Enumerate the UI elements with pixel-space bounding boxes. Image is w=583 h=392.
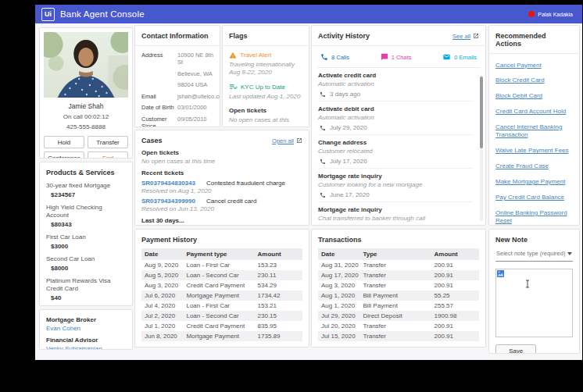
activity-entry-date: June 17, 2020 bbox=[330, 191, 370, 198]
contact-value: jshah@uitelco.com bbox=[177, 93, 220, 100]
advisor-name-link[interactable]: Venky Subramanian bbox=[46, 345, 126, 350]
open-all-label[interactable]: Open all bbox=[272, 137, 294, 144]
activity-entry-desc: Customer looking for a new mortgage bbox=[318, 181, 473, 188]
product-item[interactable]: High Yield Checking Account $80343 bbox=[46, 204, 126, 228]
contact-title: Contact Information bbox=[141, 32, 213, 40]
transaction-amount: 200.91 bbox=[435, 262, 476, 269]
column-header: Amount bbox=[435, 251, 476, 258]
recommended-action-link[interactable]: Credit Card Account Hold bbox=[495, 108, 573, 116]
contact-row: Email jshah@uitelco.com bbox=[141, 93, 213, 100]
transaction-row: Aug 3, 2020 Transfer 200.91 bbox=[318, 280, 479, 290]
phone-icon bbox=[320, 125, 326, 131]
recommended-action-link[interactable]: Create Fraud Case bbox=[495, 162, 573, 170]
product-item[interactable]: Platinum Rewards Visa Credit Card $40 bbox=[46, 277, 126, 301]
activity-entry-date: June 17, 2020 bbox=[330, 225, 370, 226]
contact-label: Date of Birth bbox=[141, 104, 176, 111]
payment-date: Jul 4, 2020 bbox=[145, 302, 186, 309]
recommended-action-link[interactable]: Online Banking Password Reset bbox=[495, 209, 573, 226]
recent-tickets-label: Recent tickets bbox=[141, 169, 302, 176]
payment-row: Jul 2, 2020 Loan - Second Car 230.15 bbox=[141, 311, 302, 321]
ticket-id-link[interactable]: SR0379434830343 bbox=[141, 180, 195, 187]
product-balance: $3000 bbox=[51, 243, 126, 250]
ticket-item: SR0379434830343 Contested fraudulent cha… bbox=[141, 180, 302, 194]
chat-icon bbox=[381, 53, 388, 61]
column-header: Date bbox=[145, 251, 186, 258]
payment-amount: 835.95 bbox=[258, 323, 299, 330]
activity-entry: Mortgage rate inquiry Customer looking f… bbox=[318, 169, 473, 202]
note-type-placeholder: Select note type (required) bbox=[496, 250, 565, 257]
activity-entry-desc: Automatic activation bbox=[318, 114, 473, 121]
payments-more-link[interactable]: More bbox=[141, 346, 156, 347]
payment-row: Aug 9, 2020 Loan - First Car 153.23 bbox=[141, 260, 302, 270]
transaction-date: Jul 29, 2020 bbox=[321, 312, 363, 319]
see-all-link[interactable]: See all bbox=[452, 33, 479, 40]
caller-phone-number: 425-555-8888 bbox=[44, 123, 128, 130]
contact-row: Bellevue, WA bbox=[141, 70, 213, 77]
logged-in-user[interactable]: Palak Kadakia bbox=[528, 11, 573, 17]
recommended-action-link[interactable]: Pay Credit Card Balance bbox=[495, 194, 573, 201]
end-call-button[interactable]: End bbox=[88, 151, 128, 159]
ticket-id-link[interactable]: SR0379434399990 bbox=[141, 198, 195, 205]
caller-card: Jamie Shah On call 00:02:12 425-555-8888… bbox=[39, 27, 133, 159]
note-text-input[interactable] bbox=[495, 269, 573, 337]
transaction-amount: 255.57 bbox=[435, 302, 476, 309]
phone-icon bbox=[320, 226, 326, 226]
activity-entry-title: Change address bbox=[318, 139, 473, 146]
payment-date: Jul 6, 2020 bbox=[145, 292, 186, 299]
flags-open-tickets-label: Open tickets bbox=[229, 107, 302, 114]
recommended-action-link[interactable]: Block Debit Card bbox=[495, 92, 573, 100]
product-item[interactable]: First Car Loan $3000 bbox=[46, 233, 126, 250]
transactions-table-body: Aug 31, 2020 Transfer 200.91 Aug 17, 202… bbox=[318, 260, 479, 341]
payment-type: Credit Card Payment bbox=[186, 323, 257, 330]
product-item[interactable]: 30-year fixed Mortgage $234567 bbox=[46, 182, 126, 198]
payment-row: Jul 6, 2020 Mortgage Payment 1734.42 bbox=[141, 290, 302, 301]
payment-history-title: Payment History bbox=[141, 236, 302, 244]
calls-count: 8 Calls bbox=[331, 54, 349, 61]
transfer-button[interactable]: Transfer bbox=[88, 136, 128, 148]
user-name: Palak Kadakia bbox=[538, 12, 573, 17]
open-all-link[interactable]: Open all bbox=[272, 137, 302, 144]
transaction-row: Jul 20, 2020 Transfer 200.91 bbox=[318, 321, 479, 331]
warning-triangle-icon bbox=[229, 52, 237, 59]
payment-type: Credit Card Payment bbox=[186, 282, 257, 289]
hold-button[interactable]: Hold bbox=[44, 136, 84, 148]
transaction-amount: 200.91 bbox=[435, 272, 476, 279]
app-header: Ui Bank Agent Console Palak Kadakia bbox=[35, 5, 582, 23]
contact-label: Address bbox=[141, 52, 176, 66]
advisor-name-link[interactable]: Evan Cohen bbox=[46, 325, 126, 332]
contact-value: 98004 USA bbox=[177, 81, 213, 88]
last-30-days-label: Last 30 days... bbox=[141, 217, 302, 224]
column-header: Date bbox=[321, 251, 363, 258]
activity-entry-date: July 29, 2020 bbox=[330, 124, 367, 131]
activity-title: Activity History bbox=[318, 32, 370, 40]
kyc-desc: Last updated Aug 1, 2020 bbox=[229, 93, 302, 101]
product-name: Platinum Rewards Visa Credit Card bbox=[46, 277, 126, 293]
conference-button[interactable]: Conference bbox=[44, 151, 84, 159]
see-all-label[interactable]: See all bbox=[452, 33, 470, 40]
divider bbox=[223, 45, 309, 46]
activity-scrollbar-thumb[interactable] bbox=[480, 77, 483, 148]
recommended-action-link[interactable]: Make Mortgage Payment bbox=[495, 178, 573, 186]
recommended-action-link[interactable]: Cancel Internet Banking Transaction bbox=[495, 123, 573, 140]
transactions-more-link[interactable]: More bbox=[318, 346, 332, 347]
contact-value: Bellevue, WA bbox=[177, 70, 213, 77]
products-title: Products & Services bbox=[46, 169, 126, 176]
recommended-action-link[interactable]: Block Credit Card bbox=[495, 77, 573, 84]
open-tickets-label: Open tickets bbox=[141, 149, 302, 156]
note-type-select[interactable]: Select note type (required) bbox=[495, 244, 573, 262]
recommended-action-link[interactable]: Cancel Payment bbox=[495, 62, 573, 69]
payment-table-header: DatePayment typeAmount bbox=[141, 248, 302, 260]
activity-scrollbar-track[interactable] bbox=[480, 74, 483, 221]
new-note-title: New Note bbox=[495, 236, 573, 244]
product-item[interactable]: Second Car Loan $8000 bbox=[46, 255, 126, 272]
transaction-type: Bill Payment bbox=[363, 292, 434, 299]
activity-entry-date: July 17, 2020 bbox=[330, 158, 367, 165]
recommended-action-link[interactable]: Waive Late Payment Fees bbox=[495, 147, 573, 155]
chats-count: 1 Chats bbox=[392, 54, 412, 61]
transaction-type: Transfer bbox=[363, 282, 434, 289]
customer-photo bbox=[44, 32, 128, 98]
save-note-button[interactable]: Save bbox=[495, 344, 536, 354]
activity-entry-title: Activate debit card bbox=[318, 105, 473, 112]
cases-title: Cases bbox=[141, 137, 163, 144]
transaction-row: Aug 1, 2020 Bill Payment 255.57 bbox=[318, 301, 479, 311]
